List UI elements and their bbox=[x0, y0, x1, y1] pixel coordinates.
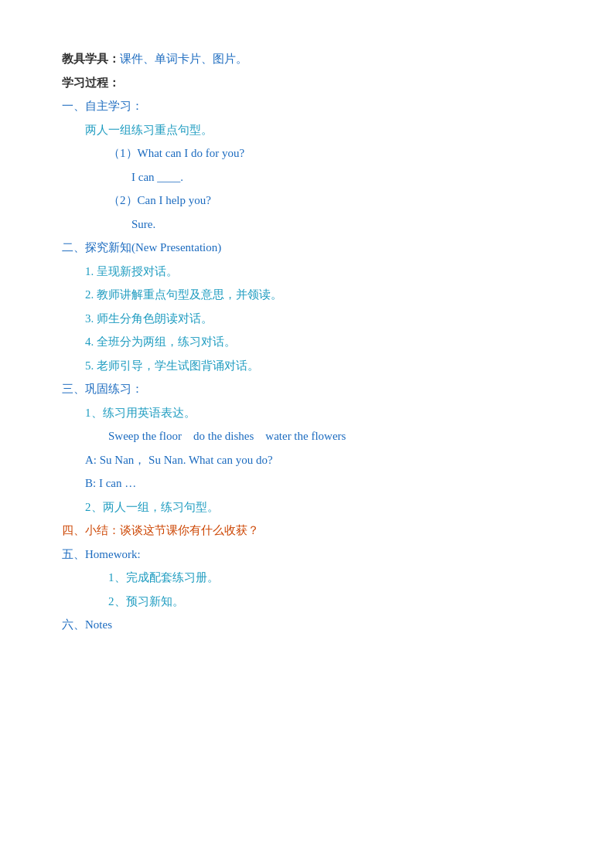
section2-item2: 2. 教师讲解重点句型及意思，并领读。 bbox=[85, 284, 552, 306]
section1-a1-blank: ____ bbox=[157, 171, 180, 183]
section3-heading: 三、巩固练习： bbox=[62, 378, 552, 400]
section5-heading-text: 五、Homework: bbox=[62, 548, 141, 560]
section3-phrase2: do the dishes bbox=[193, 430, 254, 442]
section1-a1: I can ____. bbox=[131, 166, 552, 189]
section6-heading: 六、Notes bbox=[62, 614, 552, 636]
section5-item2: 2、预习新知。 bbox=[108, 591, 552, 613]
section3-dialogue-a-text: A: Su Nan， Su Nan. What can you do? bbox=[85, 454, 273, 466]
tools-line: 教具学具：课件、单词卡片、图片。 bbox=[62, 48, 552, 70]
section5-item2-text: 2、预习新知。 bbox=[108, 595, 184, 608]
section3-sub2: 2、两人一组，练习句型。 bbox=[85, 496, 552, 519]
section1-a1-prefix: I can bbox=[131, 171, 157, 183]
section3-sub1-text: 1、练习用英语表达。 bbox=[85, 407, 196, 419]
section3-heading-text: 三、巩固练习： bbox=[62, 383, 143, 395]
section3-phrases: Sweep the floor do the dishes water the … bbox=[108, 425, 552, 448]
section3-sub2-text: 2、两人一组，练习句型。 bbox=[85, 501, 219, 513]
section3-phrase-space2 bbox=[254, 430, 265, 442]
section2-item5: 5. 老师引导，学生试图背诵对话。 bbox=[85, 355, 552, 377]
section4-heading-text: 四、小结：谈谈这节课你有什么收获？ bbox=[62, 524, 259, 536]
process-label: 学习过程： bbox=[62, 77, 120, 89]
section2-item4: 4. 全班分为两组，练习对话。 bbox=[85, 331, 552, 353]
section2-item3: 3. 师生分角色朗读对话。 bbox=[85, 308, 552, 330]
section6-heading-text: 六、Notes bbox=[62, 618, 112, 631]
section1-a2-text: Sure. bbox=[131, 218, 155, 230]
section3-phrase-space1 bbox=[182, 430, 193, 442]
section3-sub1: 1、练习用英语表达。 bbox=[85, 402, 552, 424]
section2-item4-text: 4. 全班分为两组，练习对话。 bbox=[85, 335, 236, 348]
section2-item3-text: 3. 师生分角色朗读对话。 bbox=[85, 312, 213, 325]
section2-item5-text: 5. 老师引导，学生试图背诵对话。 bbox=[85, 359, 259, 372]
process-heading: 学习过程： bbox=[62, 72, 552, 94]
section3-dialogue-b-text: B: I can … bbox=[85, 477, 136, 489]
section3-phrase1: Sweep the floor bbox=[108, 430, 182, 442]
section4-heading: 四、小结：谈谈这节课你有什么收获？ bbox=[62, 519, 552, 542]
section2-item1: 1. 呈现新授对话。 bbox=[85, 260, 552, 283]
section1-a2: Sure. bbox=[131, 213, 552, 236]
section1-sub: 两人一组练习重点句型。 bbox=[85, 119, 552, 141]
section1-q1: （1）What can I do for you? bbox=[108, 142, 552, 165]
section1-q1-text: （1）What can I do for you? bbox=[108, 147, 244, 159]
section1-q2: （2）Can I help you? bbox=[108, 189, 552, 212]
section1-heading: 一、自主学习： bbox=[62, 95, 552, 117]
section5-item1-text: 1、完成配套练习册。 bbox=[108, 571, 219, 584]
tools-label: 教具学具： bbox=[62, 53, 120, 65]
section3-phrase3: water the flowers bbox=[265, 430, 346, 442]
tools-content: 课件、单词卡片、图片。 bbox=[120, 53, 247, 65]
section3-dialogue-a: A: Su Nan， Su Nan. What can you do? bbox=[85, 449, 552, 471]
section1-a1-suffix: . bbox=[180, 171, 183, 183]
section1-heading-text: 一、自主学习： bbox=[62, 100, 143, 112]
section2-heading: 二、探究新知(New Presentation) bbox=[62, 237, 552, 259]
section5-item1: 1、完成配套练习册。 bbox=[108, 567, 552, 589]
section2-heading-text: 二、探究新知(New Presentation) bbox=[62, 241, 221, 254]
section5-heading: 五、Homework: bbox=[62, 543, 552, 566]
section1-q2-text: （2）Can I help you? bbox=[108, 194, 211, 206]
section3-dialogue-b: B: I can … bbox=[85, 472, 552, 495]
section2-item1-text: 1. 呈现新授对话。 bbox=[85, 265, 178, 277]
section2-item2-text: 2. 教师讲解重点句型及意思，并领读。 bbox=[85, 288, 282, 301]
section1-sub-text: 两人一组练习重点句型。 bbox=[85, 124, 213, 136]
